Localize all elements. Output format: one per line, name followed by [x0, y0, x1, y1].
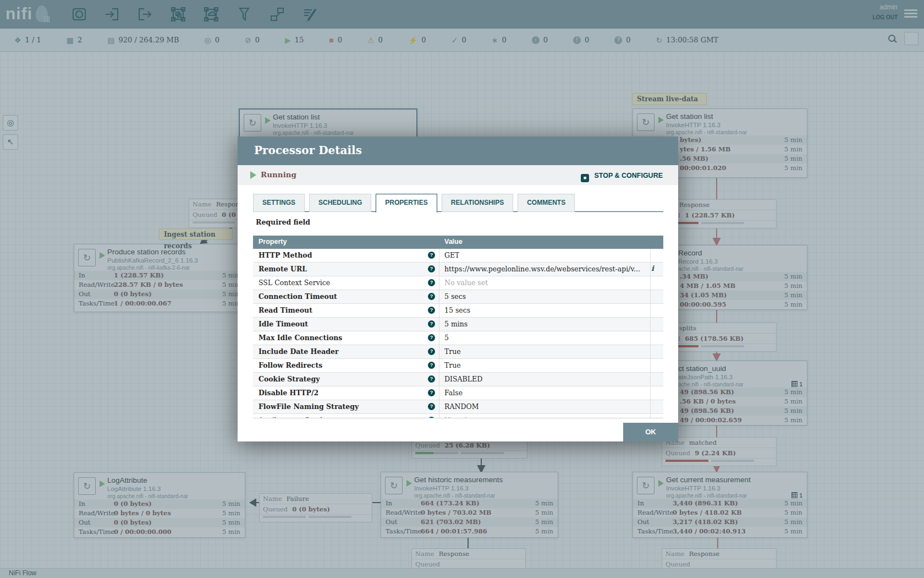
- property-name: HTTP Method: [258, 251, 312, 259]
- help-icon[interactable]: ?: [428, 307, 435, 314]
- property-row[interactable]: Follow Redirects?True: [253, 359, 663, 373]
- stop-configure-icon: ■: [581, 174, 589, 182]
- running-status-icon: [250, 171, 256, 179]
- property-value[interactable]: https://www.pegelonline.wsv.de/webservic…: [444, 265, 640, 273]
- property-value[interactable]: DISABLED: [444, 375, 482, 383]
- help-icon[interactable]: ?: [428, 293, 435, 300]
- property-row[interactable]: FlowFile Naming Strategy?RANDOM: [253, 400, 663, 414]
- property-row[interactable]: Max Idle Connections?5: [253, 331, 663, 345]
- property-value[interactable]: 15 secs: [444, 306, 470, 314]
- property-name: Connection Timeout: [258, 292, 337, 301]
- stop-and-configure-button[interactable]: ■ STOP & CONFIGURE: [581, 170, 663, 182]
- property-value[interactable]: 5: [444, 334, 449, 342]
- dialog-status-bar: Running ■ STOP & CONFIGURE: [238, 165, 678, 185]
- property-name: FlowFile Naming Strategy: [258, 402, 359, 411]
- help-icon[interactable]: ?: [428, 252, 435, 259]
- dialog-tabs: SETTINGSSCHEDULINGPROPERTIESRELATIONSHIP…: [253, 194, 575, 212]
- column-divider: [650, 249, 651, 418]
- property-row[interactable]: Read Timeout?15 secs: [253, 304, 663, 318]
- dialog-title: Processor Details: [254, 144, 362, 157]
- running-status-text: Running: [261, 170, 296, 179]
- property-name: Attributes to Send: [258, 416, 322, 418]
- property-row[interactable]: SSL Context Service?No value set: [253, 276, 663, 290]
- property-column-header: Property: [258, 238, 287, 246]
- help-icon[interactable]: ?: [428, 375, 435, 383]
- property-row[interactable]: Include Date Header?True: [253, 345, 663, 359]
- property-value[interactable]: GET: [444, 251, 459, 259]
- property-name: SSL Context Service: [258, 279, 330, 287]
- property-name: Max Idle Connections: [258, 334, 342, 342]
- help-icon[interactable]: ?: [428, 362, 435, 369]
- property-value[interactable]: No value set: [444, 279, 488, 287]
- nifi-app: ◎ ↖ ↻Get station listInvokeHTTP 1.16.3or…: [0, 0, 924, 578]
- property-row[interactable]: Disable HTTP/2?False: [253, 386, 663, 400]
- help-icon[interactable]: ?: [428, 417, 435, 418]
- property-row[interactable]: Connection Timeout?5 secs: [253, 290, 663, 304]
- property-value[interactable]: 5 mins: [444, 320, 468, 328]
- properties-table: Property Value HTTP Method?GETRemote URL…: [253, 236, 663, 418]
- column-divider: [439, 249, 439, 418]
- tab-settings[interactable]: SETTINGS: [253, 194, 305, 212]
- property-row[interactable]: Cookie Strategy?DISABLED: [253, 373, 663, 386]
- property-name: Disable HTTP/2: [258, 389, 318, 397]
- ok-button[interactable]: OK: [623, 423, 678, 441]
- property-name: Cookie Strategy: [258, 375, 320, 383]
- dialog-header: Processor Details: [238, 137, 678, 165]
- required-field-note: Required field: [256, 218, 310, 226]
- help-icon[interactable]: ?: [428, 389, 435, 396]
- property-row[interactable]: Remote URL?https://www.pegelonline.wsv.d…: [253, 263, 663, 276]
- properties-table-header: Property Value: [253, 236, 663, 249]
- property-name: Read Timeout: [258, 306, 312, 314]
- help-icon[interactable]: ?: [428, 334, 435, 341]
- help-icon[interactable]: ?: [428, 403, 435, 410]
- property-name: Idle Timeout: [258, 320, 308, 328]
- tab-relationships[interactable]: RELATIONSHIPS: [442, 194, 513, 212]
- processor-details-dialog: Processor Details Running ■ STOP & CONFI…: [238, 137, 678, 441]
- tab-properties[interactable]: PROPERTIES: [376, 194, 437, 212]
- help-icon[interactable]: ?: [428, 265, 435, 272]
- property-row[interactable]: Attributes to Send?No value set: [253, 414, 663, 418]
- value-column-header: Value: [444, 238, 463, 246]
- property-value[interactable]: True: [444, 361, 461, 369]
- property-name: Follow Redirects: [258, 361, 322, 369]
- property-value[interactable]: True: [444, 347, 461, 356]
- property-row[interactable]: HTTP Method?GET: [253, 249, 663, 263]
- property-value[interactable]: False: [444, 389, 463, 397]
- tab-comments[interactable]: COMMENTS: [518, 194, 575, 212]
- property-value[interactable]: 5 secs: [444, 292, 466, 301]
- info-icon[interactable]: i: [651, 264, 654, 272]
- help-icon[interactable]: ?: [428, 320, 435, 328]
- property-name: Remote URL: [258, 265, 307, 273]
- tab-scheduling[interactable]: SCHEDULING: [309, 194, 371, 212]
- property-value[interactable]: No value set: [444, 416, 488, 418]
- property-name: Include Date Header: [258, 347, 339, 356]
- property-value[interactable]: RANDOM: [444, 402, 479, 411]
- property-row[interactable]: Idle Timeout?5 mins: [253, 318, 663, 331]
- help-icon[interactable]: ?: [428, 348, 435, 355]
- help-icon[interactable]: ?: [428, 279, 435, 286]
